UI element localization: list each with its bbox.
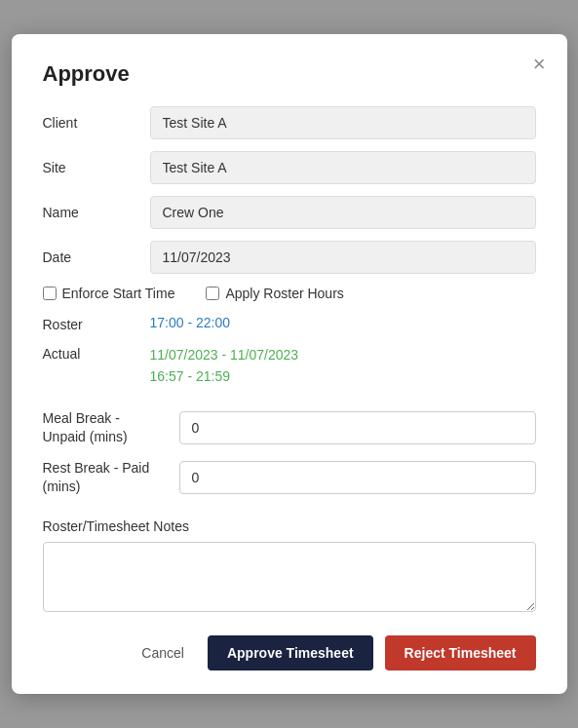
actual-value: 11/07/2023 - 11/07/2023 16:57 - 21:59 (150, 344, 299, 388)
date-row: Date (43, 241, 536, 274)
modal-title: Approve (43, 61, 536, 87)
apply-roster-hours-text: Apply Roster Hours (225, 286, 343, 301)
enforce-start-time-checkbox[interactable] (43, 287, 57, 300)
name-label: Name (43, 205, 150, 220)
actual-row: Actual 11/07/2023 - 11/07/2023 16:57 - 2… (43, 344, 536, 388)
actual-line2: 16:57 - 21:59 (150, 365, 299, 387)
roster-value: 17:00 - 22:00 (150, 315, 231, 330)
approve-modal: Approve × Client Site Name Date Enforce … (12, 34, 567, 694)
roster-row: Roster 17:00 - 22:00 (43, 315, 536, 332)
site-row: Site (43, 151, 536, 184)
client-input[interactable] (150, 106, 536, 139)
rest-break-row: Rest Break - Paid(mins) (43, 459, 536, 497)
cancel-button[interactable]: Cancel (130, 637, 196, 669)
footer-buttons: Cancel Approve Timesheet Reject Timeshee… (43, 635, 536, 671)
enforce-start-time-label[interactable]: Enforce Start Time (43, 286, 175, 301)
notes-label: Roster/Timesheet Notes (43, 518, 536, 534)
date-label: Date (43, 249, 150, 265)
approve-button[interactable]: Approve Timesheet (208, 635, 373, 671)
client-row: Client (43, 106, 536, 139)
date-input[interactable] (150, 241, 536, 274)
name-input[interactable] (150, 196, 536, 229)
modal-overlay: Approve × Client Site Name Date Enforce … (0, 0, 578, 728)
rest-break-input[interactable] (179, 461, 536, 494)
meal-break-row: Meal Break -Unpaid (mins) (43, 409, 536, 447)
name-row: Name (43, 196, 536, 229)
checkboxes-row: Enforce Start Time Apply Roster Hours (43, 286, 536, 301)
client-label: Client (43, 115, 150, 131)
roster-label: Roster (43, 315, 150, 332)
notes-textarea[interactable] (43, 542, 536, 612)
reject-button[interactable]: Reject Timesheet (385, 635, 536, 671)
actual-line1: 11/07/2023 - 11/07/2023 (150, 344, 299, 365)
apply-roster-hours-checkbox[interactable] (206, 287, 219, 300)
close-button[interactable]: × (533, 54, 546, 75)
notes-section: Roster/Timesheet Notes (43, 518, 536, 616)
site-input[interactable] (150, 151, 536, 184)
meal-break-input[interactable] (179, 411, 536, 444)
apply-roster-hours-label[interactable]: Apply Roster Hours (206, 286, 343, 301)
meal-break-label: Meal Break -Unpaid (mins) (43, 409, 179, 447)
actual-label: Actual (43, 344, 150, 362)
site-label: Site (43, 160, 150, 175)
enforce-start-time-text: Enforce Start Time (62, 286, 175, 301)
rest-break-label: Rest Break - Paid(mins) (43, 459, 179, 497)
